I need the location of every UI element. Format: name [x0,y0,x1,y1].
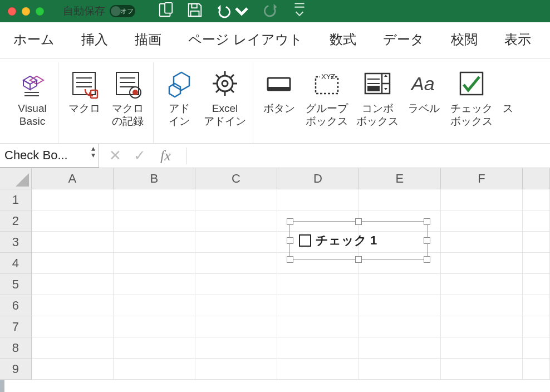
cell[interactable] [359,274,441,295]
cell[interactable] [114,232,195,253]
select-all-corner[interactable] [0,168,32,189]
addins-button[interactable]: アド イン [159,66,199,128]
save-icon[interactable] [186,2,203,21]
group-box-button[interactable]: XYZ グループ ボックス [302,66,351,128]
name-box[interactable]: Check Bo... ▴▾ [0,144,99,168]
cell[interactable] [32,316,114,337]
cell[interactable] [195,189,277,210]
resize-handle[interactable] [355,256,362,263]
cell[interactable] [32,337,114,359]
selected-checkbox-control[interactable]: チェック 1 [289,221,428,260]
cell[interactable] [114,189,195,210]
cell[interactable] [359,189,441,210]
cell[interactable] [523,253,550,274]
cell[interactable] [32,359,114,380]
cell[interactable] [359,337,441,359]
cell[interactable] [32,210,114,232]
cell[interactable] [359,316,441,337]
label-control-button[interactable]: Aa ラベル [404,66,444,115]
cell[interactable] [195,210,277,232]
tab-view[interactable]: 表示 [502,23,533,58]
tab-review[interactable]: 校閲 [449,23,480,58]
cell[interactable] [195,253,277,274]
cell[interactable] [441,232,523,253]
cell[interactable] [277,295,359,316]
cell[interactable] [441,274,523,295]
col-header[interactable]: E [359,168,441,189]
row-header[interactable]: 6 [0,295,32,316]
cell[interactable] [523,232,550,253]
button-control-button[interactable]: ボタン [259,66,299,115]
qat-overflow-icon[interactable] [291,1,308,21]
col-header[interactable] [523,168,550,189]
cell[interactable] [441,295,523,316]
row-header[interactable]: 7 [0,316,32,337]
cell[interactable] [32,189,114,210]
cell[interactable] [277,316,359,337]
cell[interactable] [359,295,441,316]
cell[interactable] [277,274,359,295]
tab-formulas[interactable]: 数式 [327,23,359,58]
excel-addins-button[interactable]: Excel アドイン [203,66,247,128]
cell[interactable] [523,210,550,232]
cell[interactable] [114,359,195,380]
resize-handle[interactable] [355,218,362,225]
col-header[interactable]: D [277,168,359,189]
check-box-button[interactable]: チェック ボックス [447,66,496,128]
cell[interactable] [32,295,114,316]
cell[interactable] [32,253,114,274]
row-header[interactable]: 5 [0,274,32,295]
cell[interactable] [523,274,550,295]
col-header[interactable]: C [195,168,277,189]
row-header[interactable]: 2 [0,210,32,232]
minimize-window-icon[interactable] [22,7,30,16]
cell[interactable] [195,274,277,295]
checkbox-box-icon[interactable] [299,234,311,247]
maximize-window-icon[interactable] [36,7,44,16]
cell[interactable] [441,359,523,380]
tab-data[interactable]: データ [381,23,426,58]
undo-icon[interactable] [215,3,250,19]
cell[interactable] [441,253,523,274]
cell[interactable] [441,210,523,232]
cell[interactable] [523,337,550,359]
formula-input[interactable] [203,144,550,168]
row-header[interactable]: 3 [0,232,32,253]
cell[interactable] [32,274,114,295]
cell[interactable] [195,337,277,359]
cell[interactable] [32,232,114,253]
cell[interactable] [195,359,277,380]
cell[interactable] [277,359,359,380]
resize-handle[interactable] [424,237,430,244]
cell[interactable] [441,189,523,210]
visual-basic-button[interactable]: Visual Basic [12,66,52,128]
tab-home[interactable]: ホーム [11,23,57,58]
cell[interactable] [195,316,277,337]
name-box-spinner[interactable]: ▴▾ [91,145,95,158]
resize-handle[interactable] [287,237,293,244]
cancel-formula-icon[interactable]: ✕ [109,147,121,164]
cell[interactable] [523,359,550,380]
redo-icon[interactable] [262,2,279,21]
cell[interactable] [523,316,550,337]
close-window-icon[interactable] [8,7,16,16]
cell[interactable] [359,359,441,380]
scroll-bar-button[interactable]: ス [499,66,516,115]
cell[interactable] [114,337,195,359]
tab-draw[interactable]: 描画 [132,23,164,58]
cell[interactable] [523,189,550,210]
macro-button[interactable]: マクロ [64,66,104,115]
cell[interactable] [114,295,195,316]
cell[interactable] [114,210,195,232]
tab-insert[interactable]: 挿入 [79,23,110,58]
cell[interactable] [441,337,523,359]
cell[interactable] [114,316,195,337]
resize-handle[interactable] [424,218,430,225]
cell[interactable] [114,253,195,274]
cell[interactable] [195,295,277,316]
col-header[interactable]: A [32,168,114,189]
file-icon[interactable] [158,2,174,21]
cell[interactable] [114,274,195,295]
resize-handle[interactable] [287,218,293,225]
fx-label[interactable]: fx [160,148,171,164]
